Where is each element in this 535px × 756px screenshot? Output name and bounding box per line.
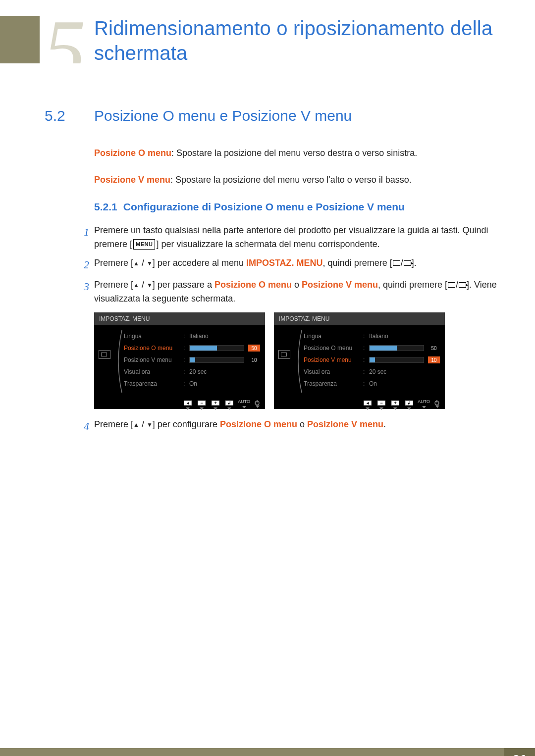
up-down-icon: ▲ / ▼ bbox=[133, 280, 153, 290]
osd-minus-icon: − bbox=[376, 399, 387, 407]
select-enter-icon: / bbox=[392, 258, 412, 268]
step-number: 3 bbox=[78, 278, 94, 306]
section-heading: 5.2 Posizione O menu e Posizione V menu bbox=[45, 107, 495, 124]
step-number: 2 bbox=[78, 256, 94, 273]
step-number: 1 bbox=[78, 224, 94, 252]
select-enter-icon: / bbox=[447, 280, 467, 290]
term-pos-v: Posizione V menu bbox=[94, 175, 170, 185]
osd-item-pos-o: Posizione O menu: 50 bbox=[124, 342, 265, 354]
osd-item-visual: Visual ora: 20 sec bbox=[304, 366, 445, 378]
osd-minus-icon: − bbox=[196, 399, 207, 407]
osd-bracket-icon bbox=[294, 329, 305, 394]
osd-footer: ◂ − + ↲ AUTO bbox=[94, 397, 265, 408]
osd-panel-1: IMPOSTAZ. MENU Lingua: Italiano P bbox=[94, 312, 265, 409]
page-number: 61 bbox=[504, 748, 535, 756]
menu-key-icon: MENU bbox=[133, 239, 155, 250]
osd-item-pos-v: Posizione V menu: 10 bbox=[124, 354, 265, 366]
osd-power-icon bbox=[434, 400, 441, 406]
up-down-icon: ▲ / ▼ bbox=[133, 419, 153, 429]
osd-item-trasp: Trasparenza: On bbox=[124, 378, 265, 390]
osd-back-icon: ◂ bbox=[182, 399, 193, 407]
osd-power-icon bbox=[254, 400, 261, 406]
osd-footer: ◂ − + ↲ AUTO bbox=[274, 397, 445, 408]
step-2: 2 Premere [▲ / ▼] per accedere al menu I… bbox=[78, 256, 500, 273]
step-number: 4 bbox=[78, 418, 94, 435]
up-down-icon: ▲ / ▼ bbox=[133, 258, 153, 268]
osd-item-trasp: Trasparenza: On bbox=[304, 378, 445, 390]
osd-auto-label: AUTO bbox=[418, 399, 430, 407]
footer-text: 5 Ridimensionamento o riposizionamento d… bbox=[281, 748, 504, 756]
section-title: Posizione O menu e Posizione V menu bbox=[94, 107, 352, 124]
subsection-number: 5.2.1 bbox=[94, 201, 117, 212]
osd-item-lingua: Lingua: Italiano bbox=[124, 330, 265, 342]
subsection-title: Configurazione di Posizione O menu e Pos… bbox=[123, 201, 405, 212]
osd-item-pos-o: Posizione O menu: 50 bbox=[304, 342, 445, 354]
step-1: 1 Premere un tasto qualsiasi nella parte… bbox=[78, 224, 500, 252]
chapter-number-graphic: 5 bbox=[40, 16, 94, 63]
osd-enter-icon: ↲ bbox=[224, 399, 235, 407]
step-3: 3 Premere [▲ / ▼] per passare a Posizion… bbox=[78, 278, 500, 306]
osd-item-visual: Visual ora: 20 sec bbox=[124, 366, 265, 378]
step-4: 4 Premere [▲ / ▼] per configurare Posizi… bbox=[78, 418, 500, 435]
page-footer: 5 Ridimensionamento o riposizionamento d… bbox=[0, 748, 535, 756]
osd-plus-icon: + bbox=[390, 399, 401, 407]
osd-item-lingua: Lingua: Italiano bbox=[304, 330, 445, 342]
term-pos-o: Posizione O menu bbox=[94, 148, 171, 158]
section-number: 5.2 bbox=[45, 107, 94, 124]
intro-paragraphs: Posizione O menu: Spostare la posizione … bbox=[94, 147, 495, 187]
osd-header: IMPOSTAZ. MENU bbox=[274, 312, 445, 325]
top-band bbox=[0, 16, 41, 63]
osd-back-icon: ◂ bbox=[362, 399, 373, 407]
osd-item-pos-v: Posizione V menu: 10 bbox=[304, 354, 445, 366]
osd-header: IMPOSTAZ. MENU bbox=[94, 312, 265, 325]
osd-screenshots: IMPOSTAZ. MENU Lingua: Italiano P bbox=[94, 312, 535, 409]
osd-category-icon bbox=[278, 350, 290, 359]
osd-panel-2: IMPOSTAZ. MENU Lingua: Italiano P bbox=[274, 312, 445, 409]
subsection-heading: 5.2.1Configurazione di Posizione O menu … bbox=[94, 201, 495, 213]
page-title: Ridimensionamento o riposizionamento del… bbox=[94, 16, 515, 65]
osd-category-icon bbox=[99, 350, 110, 359]
osd-plus-icon: + bbox=[210, 399, 221, 407]
osd-bracket-icon bbox=[114, 329, 125, 394]
osd-auto-label: AUTO bbox=[238, 399, 250, 407]
osd-enter-icon: ↲ bbox=[404, 399, 415, 407]
